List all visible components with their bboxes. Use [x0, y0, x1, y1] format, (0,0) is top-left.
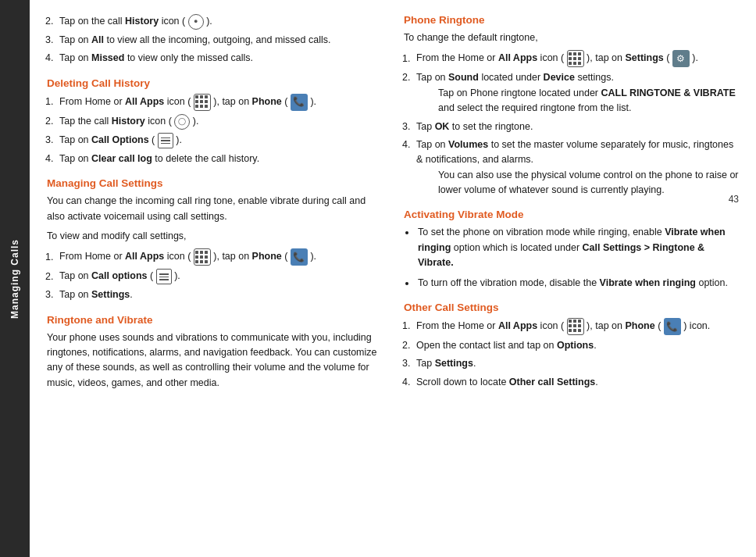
subpara-ringtone: Tap on Phone ringtone located under CALL…	[438, 86, 739, 116]
phone-icon: 📞	[291, 94, 308, 111]
sidebar: Managing Calls	[0, 0, 30, 557]
apps-icon	[194, 94, 211, 111]
list-item: Tap on All to view all the incoming, out…	[56, 33, 382, 48]
phone-icon-2: 📞	[291, 248, 308, 266]
history-icon: ●	[188, 14, 204, 30]
list-item: Tap on Clear call log to delete the call…	[56, 152, 382, 166]
subpara-volume: You can also use the physical volume con…	[438, 168, 739, 198]
list-item: From Home or All Apps icon ( ), tap on P…	[56, 248, 382, 266]
manage-sub: To view and modify call settings,	[47, 229, 382, 244]
history-icon-2: ◯	[174, 114, 190, 130]
section-heading-ringtone: Ringtone and Vibrate	[47, 314, 382, 326]
apps-icon-4	[567, 318, 584, 335]
right-column: 43 Phone Ringtone To change the default …	[404, 14, 739, 543]
list-item: Tap on Missed to view only the missed ca…	[56, 51, 382, 66]
list-item: Scroll down to locate Other call Setting…	[413, 375, 739, 390]
menu-icon	[158, 133, 173, 148]
manage-intro: You can change the incoming call ring to…	[47, 194, 382, 224]
list-item: Tap the call History icon ( ◯ ).	[56, 114, 382, 130]
list-item: From Home or All Apps icon ( ), tap on P…	[56, 94, 382, 111]
ringtone-change-intro: To change the default ringtone,	[404, 30, 739, 45]
list-item: Tap on Call options ( ).	[56, 269, 382, 284]
list-item: To set the phone on vibration mode while…	[416, 225, 739, 270]
section-heading-delete: Deleting Call History	[47, 77, 382, 89]
list-item: Tap Settings.	[413, 356, 739, 371]
list-item: Tap on Sound located under Device settin…	[413, 70, 739, 116]
section-heading-vibrate: Activating Vibrate Mode	[404, 209, 739, 220]
vibrate-list: To set the phone on vibration mode while…	[416, 225, 739, 291]
sidebar-label: Managing Calls	[9, 238, 20, 318]
apps-icon-2	[194, 248, 211, 266]
content-area: Tap on the call History icon ( ● ). Tap …	[30, 0, 756, 557]
apps-icon-3	[567, 50, 584, 67]
settings-icon: ⚙	[672, 50, 690, 67]
phone-icon-3: 📞	[664, 318, 681, 335]
page-number: 43	[729, 194, 739, 205]
left-column: Tap on the call History icon ( ● ). Tap …	[47, 14, 382, 543]
list-item: From the Home or All Apps icon ( ), tap …	[413, 318, 739, 335]
section-heading-phone-ringtone: Phone Ringtone	[404, 14, 739, 26]
list-item: To turn off the vibration mode, disable …	[416, 276, 739, 291]
list-item: Tap on Volumes to set the master volume …	[413, 137, 739, 198]
manage-list: From Home or All Apps icon ( ), tap on P…	[56, 248, 382, 302]
other-settings-list: From the Home or All Apps icon ( ), tap …	[413, 318, 739, 390]
page-wrapper: Managing Calls Tap on the call History i…	[0, 0, 756, 557]
ringtone-list: From the Home or All Apps icon ( ), tap …	[413, 50, 739, 198]
list-item: Tap OK to set the ringtone.	[413, 120, 739, 134]
list-item: Tap on Settings.	[56, 287, 382, 302]
section-heading-manage: Managing Call Settings	[47, 177, 382, 189]
ringtone-intro: Your phone uses sounds and vibrations to…	[47, 330, 382, 391]
intro-list: Tap on the call History icon ( ● ). Tap …	[56, 14, 382, 66]
list-item: Tap on Call Options ( ).	[56, 133, 382, 148]
delete-list: From Home or All Apps icon ( ), tap on P…	[56, 94, 382, 166]
list-item: Tap on the call History icon ( ● ).	[56, 14, 382, 30]
list-item: From the Home or All Apps icon ( ), tap …	[413, 50, 739, 67]
list-item: Open the contact list and tap on Options…	[413, 338, 739, 353]
menu-icon-2	[156, 269, 172, 284]
section-heading-other: Other Call Settings	[404, 302, 739, 313]
